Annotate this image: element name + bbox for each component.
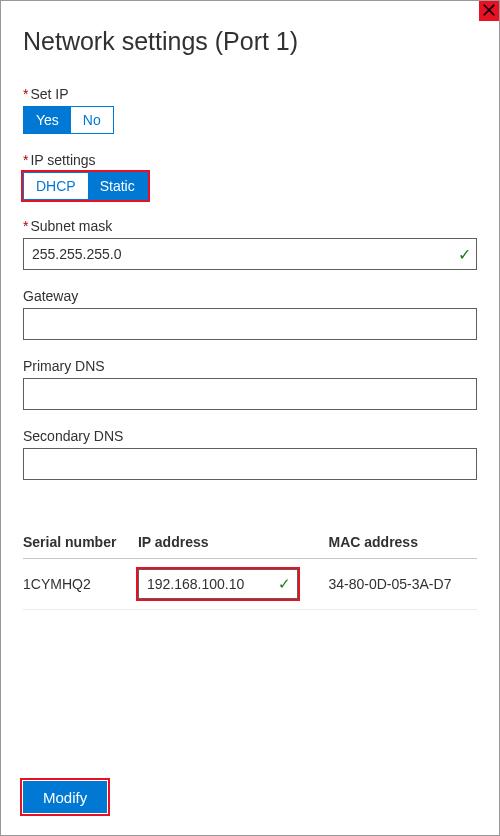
ip-settings-static-button[interactable]: Static [88,173,147,199]
set-ip-yes-button[interactable]: Yes [24,107,71,133]
ip-settings-toggle: DHCP Static [23,172,148,200]
secondary-dns-input[interactable] [23,448,477,480]
page-title: Network settings (Port 1) [23,27,477,56]
secondary-dns-label: Secondary DNS [23,428,477,444]
cell-mac-address: 34-80-0D-05-3A-D7 [328,559,477,610]
required-marker: * [23,152,28,168]
primary-dns-field [23,378,477,410]
ip-address-value: 192.168.100.10 [147,576,244,592]
set-ip-label: *Set IP [23,86,477,102]
cell-ip-address: 192.168.100.10 ✓ [138,559,329,610]
secondary-dns-field [23,448,477,480]
node-table: Serial number IP address MAC address 1CY… [23,528,477,610]
cell-serial-number: 1CYMHQ2 [23,559,138,610]
set-ip-no-button[interactable]: No [71,107,113,133]
gateway-label: Gateway [23,288,477,304]
col-ip-address: IP address [138,528,329,559]
required-marker: * [23,218,28,234]
col-serial-number: Serial number [23,528,138,559]
close-icon [482,3,496,20]
required-marker: * [23,86,28,102]
subnet-mask-field: ✓ [23,238,477,270]
gateway-input[interactable] [23,308,477,340]
table-header-row: Serial number IP address MAC address [23,528,477,559]
modify-button[interactable]: Modify [23,781,107,813]
checkmark-icon: ✓ [458,245,471,264]
ip-settings-label: *IP settings [23,152,477,168]
set-ip-toggle: Yes No [23,106,114,134]
ip-settings-dhcp-button[interactable]: DHCP [24,173,88,199]
primary-dns-input[interactable] [23,378,477,410]
close-button[interactable] [479,1,499,21]
table-row: 1CYMHQ2 192.168.100.10 ✓ 34-80-0D-05-3A-… [23,559,477,610]
footer: Modify [23,781,107,813]
col-mac-address: MAC address [328,528,477,559]
checkmark-icon: ✓ [278,575,291,593]
network-settings-panel: Network settings (Port 1) *Set IP Yes No… [0,0,500,836]
ip-address-input-wrap[interactable]: 192.168.100.10 ✓ [138,569,298,599]
subnet-mask-input[interactable] [23,238,477,270]
primary-dns-label: Primary DNS [23,358,477,374]
gateway-field [23,308,477,340]
subnet-mask-label: *Subnet mask [23,218,477,234]
